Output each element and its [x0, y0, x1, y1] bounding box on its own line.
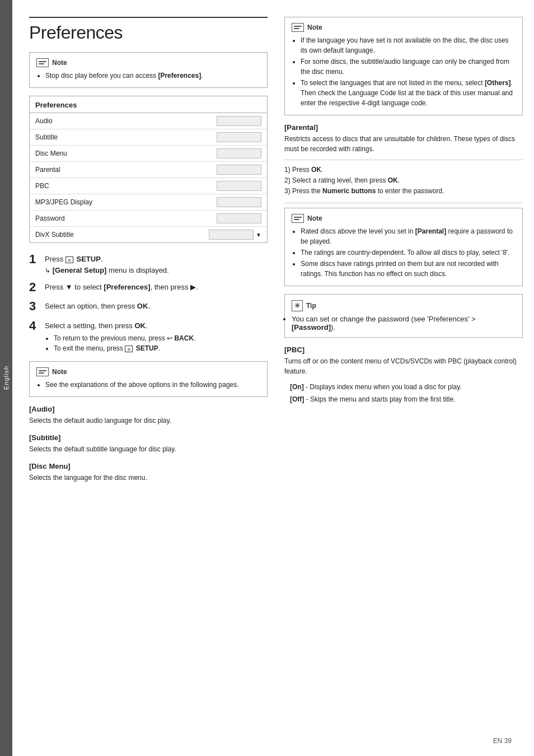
general-setup-label: [General Setup] [53, 266, 107, 274]
step-number-1: 1 [29, 252, 40, 267]
table-row: Disc Menu [30, 146, 267, 162]
note-icon-line [39, 370, 46, 371]
left-column: Preferences Note Stop disc play before y… [29, 17, 268, 745]
divx-arrow-icon: ▼ [256, 232, 261, 238]
row-value-disc-menu [217, 148, 261, 158]
setup-label-2: SETUP [136, 344, 158, 352]
note-header-right-1: Note [292, 23, 516, 32]
subtitle-heading: [Subtitle] [29, 433, 268, 442]
step-content-3: Select an option, then press OK. [45, 299, 150, 312]
arrow-right-icon: ↳ [45, 267, 50, 274]
row-value-parental [217, 165, 261, 175]
parental-step-3: 3) Press the Numeric buttons to enter th… [284, 186, 523, 197]
note-list-right-2: Rated discs above the level you set in [… [292, 226, 516, 279]
list-item: To return to the previous menu, press ↩ … [54, 333, 195, 343]
row-value-mp3 [217, 197, 261, 207]
step-2: 2 Press ▼ to select [Preferences], then … [29, 280, 268, 295]
note-item: Stop disc play before you can access [Pr… [45, 71, 260, 81]
row-value-subtitle [217, 132, 261, 142]
page-number: EN 39 [493, 737, 512, 745]
list-item: [Off] - Skips the menu and starts play f… [290, 394, 523, 404]
row-value-password [217, 213, 261, 223]
table-row: Password [30, 211, 267, 227]
audio-heading: [Audio] [29, 405, 268, 413]
page-title: Preferences [29, 17, 268, 43]
audio-body: Selects the default audio language for d… [29, 416, 268, 426]
tip-header: ✳ Tip [292, 300, 516, 311]
tip-icon: ✳ [292, 300, 303, 311]
disc-menu-heading: [Disc Menu] [29, 462, 268, 470]
row-value-audio [217, 116, 261, 126]
setup-icon-1: ≡ [65, 256, 73, 263]
row-value-pbc [217, 181, 261, 191]
row-label-password: Password [35, 214, 217, 222]
sidebar-english: English [0, 0, 12, 756]
note-label-1: Note [52, 59, 67, 67]
pbc-list: [On] - Displays index menu when you load… [284, 382, 523, 404]
prefs-label-2: [Preferences] [104, 283, 150, 291]
ok-parental-2: OK [388, 176, 398, 184]
off-label: [Off] [290, 395, 304, 403]
step-number-2: 2 [29, 280, 40, 295]
step-1: 1 Press ≡ SETUP. ↳ [General Setup] menu … [29, 252, 268, 276]
row-label-audio: Audio [35, 117, 217, 125]
note-icon-right-1 [292, 23, 304, 32]
table-row: Parental [30, 162, 267, 178]
note-icon-line [39, 61, 46, 62]
pbc-body: Turns off or on the content menu of VCDs… [284, 356, 523, 376]
table-row: DivX Subtitle ▼ [30, 227, 267, 242]
sidebar-label: English [3, 366, 10, 390]
note-label-right-1: Note [307, 24, 322, 31]
list-item: [On] - Displays index menu when you load… [290, 382, 523, 392]
pbc-heading: [PBC] [284, 346, 523, 354]
note-box-right-1: Note If the language you have set is not… [284, 17, 523, 115]
step-4-sublist: To return to the previous menu, press ↩ … [45, 333, 195, 353]
tip-label: Tip [306, 302, 316, 310]
list-item: To exit the menu, press ≡ SETUP. [54, 343, 195, 353]
setup-label-1: SETUP [76, 255, 100, 263]
ok-label-3: OK [137, 302, 148, 310]
step-4: 4 Select a setting, then press OK. To re… [29, 319, 268, 354]
note-item: See the explanations of the above option… [45, 380, 260, 390]
step-content-4: Select a setting, then press OK. To retu… [45, 319, 195, 354]
parental-steps: 1) Press OK. 2) Select a rating level, t… [284, 165, 523, 197]
ok-label-4: OK [134, 321, 146, 330]
row-label-divx: DivX Subtitle [35, 231, 209, 239]
tip-item: You can set or change the password (see … [292, 315, 516, 332]
parental-step-2: 2) Select a rating level, then press OK. [284, 175, 523, 186]
note-icon-line [294, 219, 299, 220]
note-icon-right-2 [292, 214, 304, 223]
note-icon-line [39, 372, 44, 374]
note-icon-line [294, 28, 299, 29]
tip-list: You can set or change the password (see … [292, 315, 516, 332]
note-box-1: Note Stop disc play before you can acces… [29, 52, 268, 88]
note-item: If the language you have set is not avai… [301, 35, 516, 55]
row-label-parental: Parental [35, 166, 217, 174]
note-bold: [Preferences] [158, 72, 201, 80]
back-icon: ↩ [167, 334, 172, 342]
steps-list: 1 Press ≡ SETUP. ↳ [General Setup] menu … [29, 252, 268, 353]
note-box-right-2: Note Rated discs above the level you set… [284, 208, 523, 286]
note-header-1: Note [36, 58, 260, 67]
note-header-2: Note [36, 367, 260, 376]
row-label-pbc: PBC [35, 182, 217, 190]
back-label: BACK [174, 334, 194, 342]
note-icon-1 [36, 58, 49, 67]
note-item: The ratings are country-dependent. To al… [301, 248, 516, 258]
ok-parental-1: OK [311, 166, 321, 174]
parental-heading: [Parental] [284, 123, 523, 132]
row-label-disc-menu: Disc Menu [35, 150, 217, 157]
disc-menu-body: Selects the language for the disc menu. [29, 473, 268, 483]
table-row: Subtitle [30, 129, 267, 146]
right-column: Note If the language you have set is not… [279, 17, 523, 745]
divider-1 [284, 160, 523, 160]
table-row: PBC [30, 178, 267, 194]
step-content-1: Press ≡ SETUP. ↳ [General Setup] menu is… [45, 252, 169, 276]
table-row: MP3/JPEG Display [30, 194, 267, 211]
on-label: [On] [290, 383, 304, 391]
note-item: Some discs have ratings printed on them … [301, 259, 516, 279]
password-bold: [Password] [292, 323, 331, 332]
subtitle-body: Selects the default subtitle language fo… [29, 444, 268, 454]
setup-icon-2: ≡ [125, 346, 133, 352]
numeric-buttons-label: Numeric buttons [322, 187, 376, 195]
